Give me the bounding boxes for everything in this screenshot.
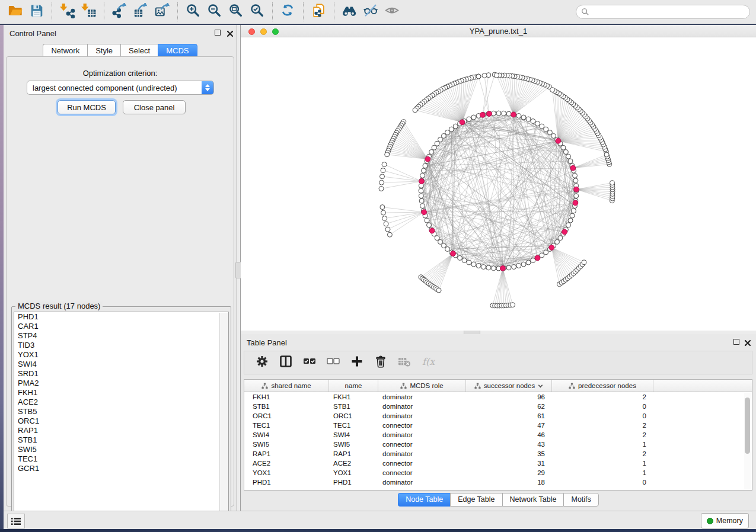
mcds-result-item[interactable]: STB1 bbox=[14, 435, 228, 445]
network-node[interactable] bbox=[512, 265, 516, 270]
mcds-result-item[interactable]: ACE2 bbox=[14, 398, 228, 407]
network-leaf-node[interactable] bbox=[382, 162, 387, 167]
float-table-panel-icon[interactable] bbox=[733, 339, 739, 345]
network-node[interactable] bbox=[458, 255, 462, 260]
network-node[interactable] bbox=[551, 133, 556, 138]
network-node[interactable] bbox=[435, 141, 439, 146]
mcds-result-item[interactable]: SWI5 bbox=[14, 445, 228, 454]
import-table-button[interactable] bbox=[78, 2, 100, 22]
mcds-result-item[interactable]: STB5 bbox=[14, 407, 228, 416]
network-hub-node[interactable] bbox=[422, 210, 427, 215]
network-node[interactable] bbox=[419, 194, 423, 198]
graphics-details-button[interactable] bbox=[361, 2, 382, 22]
table-scrollbar[interactable] bbox=[744, 393, 751, 490]
mcds-result-item[interactable]: RAP1 bbox=[14, 426, 228, 435]
network-hub-node[interactable] bbox=[429, 228, 435, 233]
network-leaf-node[interactable] bbox=[387, 232, 392, 237]
network-node[interactable] bbox=[449, 127, 454, 132]
show-hide-button[interactable] bbox=[382, 2, 403, 22]
network-node[interactable] bbox=[429, 150, 434, 155]
network-canvas[interactable] bbox=[241, 37, 756, 331]
network-node[interactable] bbox=[568, 159, 573, 164]
network-leaf-node[interactable] bbox=[384, 222, 388, 226]
mcds-result-item[interactable]: SRD1 bbox=[14, 369, 228, 379]
network-node[interactable] bbox=[573, 178, 578, 183]
network-node[interactable] bbox=[531, 119, 535, 124]
network-hub-node[interactable] bbox=[419, 179, 425, 184]
network-hub-node[interactable] bbox=[451, 251, 456, 257]
network-node[interactable] bbox=[445, 247, 450, 252]
mcds-result-item[interactable]: GCR1 bbox=[14, 464, 228, 473]
mcds-result-item[interactable]: ORC1 bbox=[14, 416, 228, 426]
table-row[interactable]: STB1STB1dominator620 bbox=[244, 402, 752, 411]
network-node[interactable] bbox=[566, 154, 571, 159]
add-column-button[interactable] bbox=[350, 355, 364, 370]
network-hub-node[interactable] bbox=[487, 111, 492, 117]
network-node[interactable] bbox=[423, 164, 428, 168]
mcds-result-item[interactable]: STP4 bbox=[14, 331, 228, 341]
column-header-shared-name[interactable]: shared name bbox=[244, 380, 329, 392]
network-leaf-node[interactable] bbox=[476, 74, 481, 79]
network-node[interactable] bbox=[526, 117, 531, 121]
deselect-all-button[interactable] bbox=[326, 355, 340, 370]
column-header-successor-nodes[interactable]: successor nodes bbox=[466, 380, 552, 392]
close-table-panel-icon[interactable] bbox=[744, 338, 751, 345]
network-leaf-node[interactable] bbox=[382, 216, 387, 221]
mcds-result-item[interactable]: FKH1 bbox=[14, 388, 228, 398]
network-node[interactable] bbox=[420, 173, 425, 178]
network-hub-node[interactable] bbox=[460, 120, 465, 125]
network-node[interactable] bbox=[419, 188, 423, 193]
tab-network-table[interactable]: Network Table bbox=[502, 493, 564, 507]
network-leaf-node[interactable] bbox=[385, 152, 390, 157]
network-leaf-node[interactable] bbox=[379, 187, 384, 191]
network-node[interactable] bbox=[502, 111, 506, 116]
network-hub-node[interactable] bbox=[480, 113, 485, 118]
network-hub-node[interactable] bbox=[511, 112, 516, 117]
mcds-result-item[interactable]: CAR1 bbox=[14, 322, 228, 331]
table-row[interactable]: SWI5SWI5connector431 bbox=[244, 440, 752, 449]
network-node[interactable] bbox=[441, 133, 446, 138]
network-leaf-node[interactable] bbox=[380, 205, 385, 210]
network-leaf-node[interactable] bbox=[610, 181, 615, 185]
network-node[interactable] bbox=[547, 130, 552, 135]
clone-network-button[interactable] bbox=[308, 2, 330, 22]
network-node[interactable] bbox=[561, 145, 566, 150]
zoom-fit-button[interactable] bbox=[225, 2, 247, 22]
network-node[interactable] bbox=[574, 194, 579, 198]
table-row[interactable]: PHD1PHD1dominator180 bbox=[244, 477, 752, 487]
network-hub-node[interactable] bbox=[535, 255, 540, 261]
refresh-button[interactable] bbox=[277, 2, 299, 22]
network-node[interactable] bbox=[420, 204, 425, 209]
table-row[interactable]: TEC1TEC1connector472 bbox=[244, 421, 752, 430]
network-node[interactable] bbox=[422, 168, 426, 173]
node-table[interactable]: shared namename MCDS role successor node… bbox=[244, 379, 752, 491]
network-hub-node[interactable] bbox=[425, 156, 430, 162]
column-header-MCDS-role[interactable]: MCDS role bbox=[378, 380, 466, 392]
column-header-predecessor-nodes[interactable]: predecessor nodes bbox=[552, 380, 653, 392]
network-node[interactable] bbox=[506, 265, 511, 270]
network-node[interactable] bbox=[566, 223, 571, 227]
network-node[interactable] bbox=[427, 223, 432, 227]
network-node[interactable] bbox=[471, 262, 476, 267]
network-leaf-node[interactable] bbox=[604, 152, 609, 157]
network-leaf-node[interactable] bbox=[550, 88, 555, 92]
close-panel-icon[interactable] bbox=[227, 29, 234, 36]
network-leaf-node[interactable] bbox=[381, 168, 385, 173]
table-row[interactable]: YOX1YOX1connector291 bbox=[244, 468, 752, 477]
run-mcds-button[interactable]: Run MCDS bbox=[58, 100, 116, 114]
mcds-result-item[interactable]: TID3 bbox=[14, 341, 228, 350]
network-node[interactable] bbox=[481, 265, 486, 270]
network-node[interactable] bbox=[445, 130, 450, 135]
network-leaf-node[interactable] bbox=[413, 108, 417, 113]
network-node[interactable] bbox=[435, 236, 439, 241]
network-node[interactable] bbox=[544, 250, 548, 255]
network-node[interactable] bbox=[521, 115, 526, 120]
network-node[interactable] bbox=[432, 145, 436, 150]
zoom-selected-button[interactable] bbox=[247, 2, 268, 22]
network-node[interactable] bbox=[419, 198, 424, 203]
network-node[interactable] bbox=[486, 265, 491, 270]
network-node[interactable] bbox=[573, 173, 578, 178]
zoom-in-button[interactable] bbox=[183, 2, 204, 22]
network-node[interactable] bbox=[544, 127, 548, 132]
network-window-titlebar[interactable]: YPA_prune.txt_1 bbox=[241, 25, 756, 37]
